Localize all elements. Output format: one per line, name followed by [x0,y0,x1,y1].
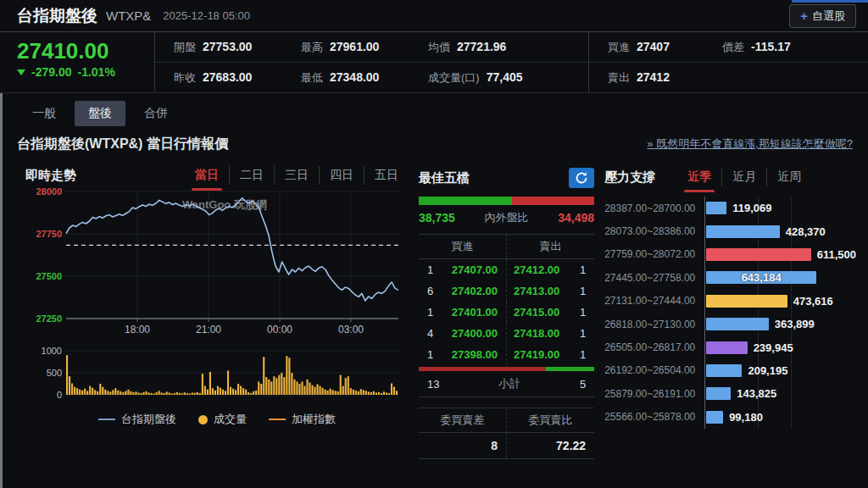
sell-qty: 1 [570,348,594,361]
buy-price: 27407.00 [452,263,506,276]
sell-price: 27418.00 [507,327,559,340]
sell-price: 27413.00 [507,285,559,297]
order-diff-value: 8 [419,433,507,458]
volume-value: 428,370 [786,225,826,238]
sell-price: 27415.00 [507,306,559,319]
table-row: 127401.00 27415.001 [419,302,594,323]
symbol-code: WTXP& [106,8,151,23]
period-tab-2d[interactable]: 二日 [229,166,274,185]
weighted-index-line-icon [269,419,286,420]
ask-value: 27412 [637,70,670,84]
volume-bar [706,411,723,424]
sell-price: 27419.00 [507,348,559,361]
period-tab-5d[interactable]: 五日 [364,166,409,185]
sell-price: 27412.00 [507,263,559,276]
section-title: 台指期盤後(WTXP&) 當日行情報價 [17,136,228,153]
pressure-row: 27131.00~27444.00473,616 [604,290,856,313]
buy-qty: 1 [419,263,442,276]
period-tabs: 當日 二日 三日 四日 五日 [185,166,409,185]
page-title: 台指期盤後 [17,5,97,27]
last-price: 27410.00 [17,39,154,63]
order-ratio-label: 委買賣比 [507,408,594,432]
svg-text:1000: 1000 [42,346,62,356]
tab-recent-quarter[interactable]: 近季 [677,168,721,186]
price-range: 26818.00~27130.00 [604,319,704,330]
pressure-support-title: 壓力支撐 [604,169,655,186]
best-five-panel: 最佳五檔 38,735 內外盤比 34,498 買進 賣出 127407.00 [419,166,594,459]
buy-price: 27402.00 [452,285,506,297]
pressure-row: 25566.00~25878.0099,180 [604,406,856,429]
legend-futures: 台指期盤後 [121,412,176,427]
tab-recent-month[interactable]: 近月 [721,168,766,186]
price-range: 25566.00~25878.00 [604,411,704,423]
bid-value: 27407 [637,40,670,53]
tab-combined[interactable]: 合併 [131,101,181,126]
avg-label: 均價 [428,40,450,55]
volume-bar [706,202,726,214]
tab-recent-week[interactable]: 近周 [766,168,811,186]
volume-dot-icon [198,415,208,424]
spread-label: 價差 [722,40,744,55]
price-change: -279.00 [31,65,71,79]
ask-label: 賣出 [608,70,630,86]
pressure-row: 28387.00~28700.00119,069 [604,197,856,219]
pressure-row: 26192.00~26504.00209,195 [604,359,856,382]
high-label: 最高 [301,40,323,55]
inner-lot-count: 38,735 [419,211,455,225]
svg-text:0: 0 [57,390,62,400]
buy-qty: 1 [419,348,442,361]
table-row: 427400.00 27418.001 [419,323,594,344]
buy-price: 27401.00 [452,306,506,319]
svg-text:18:00: 18:00 [125,324,150,336]
buy-subtotal-segment [419,367,546,371]
tab-general[interactable]: 一般 [19,101,70,126]
down-arrow-icon [17,69,25,75]
volume-value: 239,945 [754,341,793,354]
pressure-row: 25879.00~26191.00143,825 [604,382,856,405]
pressure-row: 26505.00~26817.00239,945 [604,336,856,358]
bid-label: 買進 [608,40,630,55]
volume-value: 119,069 [732,202,771,214]
price-range: 27445.00~27758.00 [604,272,704,284]
period-tab-1d[interactable]: 當日 [185,166,229,185]
buy-price: 27400.00 [452,327,506,340]
add-watchlist-label: 自選股 [812,8,845,24]
price-line-chart: 2800027750275002725018:0021:0000:0003:00… [25,185,409,341]
tab-afterhours[interactable]: 盤後 [75,101,125,126]
price-range: 27131.00~27444.00 [604,295,704,307]
last-price-block: 27410.00 -279.00 -1.01% [0,32,155,92]
buy-price: 27398.00 [452,348,506,361]
period-tab-4d[interactable]: 四日 [319,166,364,185]
pressure-tabs: 近季 近月 近周 [677,168,811,186]
buy-subtotal: 13 [427,378,439,391]
inner-outer-ratio-bar [419,197,594,205]
volume-value: 209,195 [748,364,787,377]
volume-bar: 643,184 [706,271,816,284]
top-accent-strip [792,0,868,3]
svg-text:500: 500 [47,368,62,378]
volume-label: 成交量(口) [428,70,480,86]
volume-bar [706,248,811,261]
promo-article-link[interactable]: » 既然明年不會直線漲,那短線該怎麼做呢? [647,136,853,152]
open-value: 27753.00 [203,40,252,53]
svg-text:27250: 27250 [36,313,62,324]
inner-outer-label: 內外盤比 [455,210,558,225]
sell-qty: 1 [570,306,594,319]
volume-bar [706,341,748,354]
prev-close-label: 昨收 [174,70,196,86]
chart-legend: 台指期盤後 成交量 加權指數 [25,412,409,427]
buy-column-header: 買進 [419,235,507,258]
quote-summary: 27410.00 -279.00 -1.01% 開盤27753.00 最高279… [0,32,868,93]
add-watchlist-button[interactable]: + 自選股 [789,4,856,28]
volume-bar [706,364,742,377]
period-tab-3d[interactable]: 三日 [274,166,319,185]
subtotal-label: 小計 [439,376,579,391]
refresh-button[interactable] [569,168,594,188]
high-value: 27961.00 [330,40,379,53]
svg-text:28000: 28000 [36,186,62,197]
volume-bar [706,295,787,308]
svg-text:21:00: 21:00 [196,324,221,336]
volume-value: 77,405 [487,70,523,84]
price-range: 28387.00~28700.00 [604,202,704,214]
inner-ratio-segment [419,197,512,205]
